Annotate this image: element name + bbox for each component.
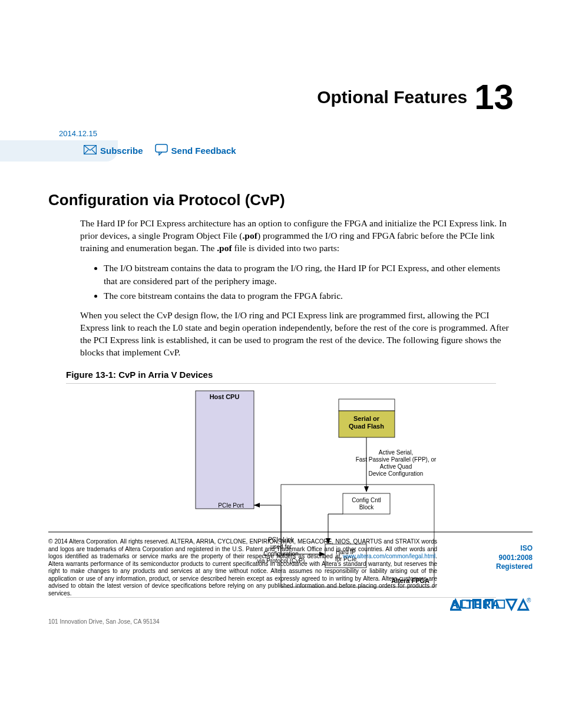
svg-text:Active Serial,: Active Serial, xyxy=(379,449,413,456)
footer-text-2: . Altera warrants performance of its sem… xyxy=(48,553,437,597)
svg-text:ALTERA: ALTERA xyxy=(450,598,501,611)
page-footer: © 2014 Altera Corporation. All rights re… xyxy=(48,532,533,625)
svg-text:Block: Block xyxy=(359,504,374,510)
svg-text:Device Configuration: Device Configuration xyxy=(369,470,424,477)
flash-label-1: Serial or xyxy=(353,415,380,422)
svg-text:Active Quad: Active Quad xyxy=(380,463,412,470)
paragraph-1: The Hard IP for PCI Express architecture… xyxy=(80,218,514,255)
iso-line3: Registered xyxy=(450,562,533,572)
svg-text:Fast Passive Parallel (FPP), o: Fast Passive Parallel (FPP), or xyxy=(356,456,437,463)
flash-label-2: Quad Flash xyxy=(349,423,384,430)
svg-text:®: ® xyxy=(527,597,531,604)
envelope-icon xyxy=(84,145,97,156)
legal-link[interactable]: www.altera.com/common/legal.html xyxy=(343,553,435,559)
copyright-text: © 2014 Altera Corporation. All rights re… xyxy=(48,538,437,597)
svg-marker-7 xyxy=(364,486,369,492)
svg-text:Config Cntl: Config Cntl xyxy=(352,497,381,503)
iso-badge[interactable]: ISO 9001:2008 Registered xyxy=(450,544,533,572)
action-banner: Subscribe Send Feedback xyxy=(48,140,514,162)
list-item: The I/O bitstream contains the data to p… xyxy=(104,262,514,288)
feedback-label: Send Feedback xyxy=(171,146,236,156)
iso-line1: ISO xyxy=(450,544,533,554)
title-number: 13 xyxy=(474,77,514,117)
feedback-link[interactable]: Send Feedback xyxy=(155,144,236,157)
list-item: The core bitstream contains the data to … xyxy=(104,289,514,302)
svg-rect-4 xyxy=(339,399,395,411)
document-date: 2014.12.15 xyxy=(59,129,514,138)
p1e: file is divided into two parts: xyxy=(232,243,340,253)
figure-rule-top xyxy=(66,383,496,384)
speech-bubble-icon xyxy=(155,144,168,157)
p1b: .pof xyxy=(242,230,257,241)
address: 101 Innovation Drive, San Jose, CA 95134 xyxy=(48,618,533,625)
svg-text:PCIe Port: PCIe Port xyxy=(218,502,244,509)
svg-marker-25 xyxy=(254,503,260,508)
chapter-title: Optional Features 13 xyxy=(48,77,514,117)
bullet-list: The I/O bitstream contains the data to p… xyxy=(92,262,514,302)
subscribe-label: Subscribe xyxy=(100,146,143,156)
section-heading: Configuration via Protocol (CvP) xyxy=(48,191,514,209)
svg-rect-1 xyxy=(156,144,167,152)
title-text: Optional Features xyxy=(317,87,467,107)
subscribe-link[interactable]: Subscribe xyxy=(84,145,143,156)
altera-logo: △□⊓⊓□▽△ ALTERA ® xyxy=(450,595,533,615)
copyright-symbol: © xyxy=(48,538,52,545)
footer-right: ISO 9001:2008 Registered △□⊓⊓□▽△ ALTERA … xyxy=(450,544,533,615)
svg-rect-2 xyxy=(196,391,254,509)
figure-caption: Figure 13-1: CvP in Arria V Devices xyxy=(66,370,514,380)
p1d: .pof xyxy=(217,243,232,253)
iso-line2: 9001:2008 xyxy=(450,554,533,563)
host-label: Host CPU xyxy=(210,393,240,400)
paragraph-2: When you select the CvP design flow, the… xyxy=(80,309,514,359)
